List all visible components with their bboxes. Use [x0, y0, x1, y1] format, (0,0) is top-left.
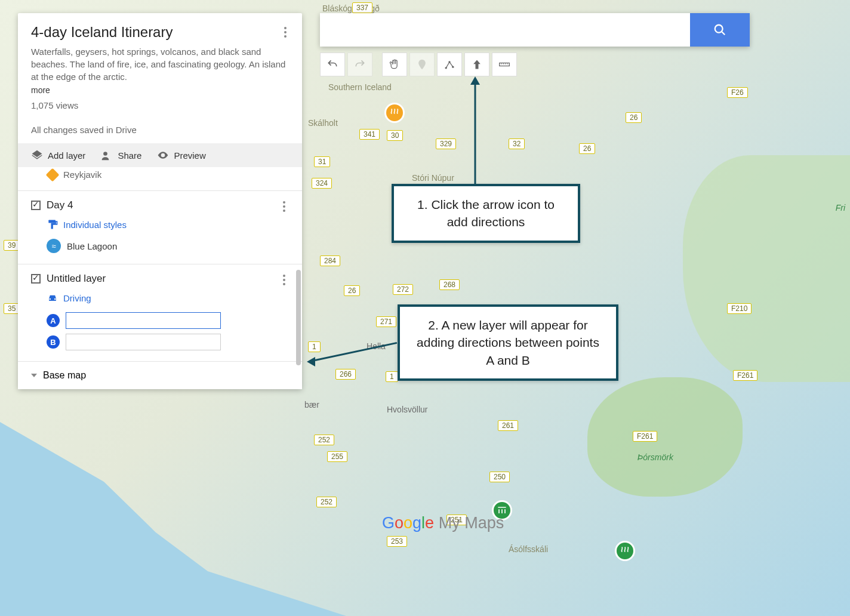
panel-toolbar: Add layer Share Preview — [18, 143, 302, 167]
annotation-callout-2: 2. A new layer will appear for adding di… — [398, 304, 618, 381]
route-badge: 266 — [335, 369, 356, 380]
svg-point-2 — [715, 25, 723, 33]
list-item[interactable]: Reykjavik — [31, 170, 289, 180]
undo-icon — [327, 58, 338, 70]
place-southern-iceland: Southern Iceland — [328, 82, 392, 92]
route-badge: 26 — [579, 143, 595, 154]
route-badge: 341 — [359, 129, 380, 140]
google-my-maps-logo: Google My Maps — [382, 514, 504, 532]
preview-label: Preview — [174, 150, 205, 161]
park-area-2 — [587, 377, 743, 497]
mode-label: Driving — [63, 293, 91, 303]
redo-icon — [354, 58, 366, 70]
base-map-toggle[interactable]: Base map — [18, 361, 302, 389]
individual-styles-link[interactable]: Individual styles — [47, 218, 289, 230]
item-label: Reykjavik — [63, 170, 101, 180]
map-title[interactable]: 4-day Iceland Itinerary — [31, 24, 289, 41]
point-a-badge: A — [47, 314, 60, 327]
route-badge: 1 — [386, 371, 398, 382]
styles-label: Individual styles — [63, 220, 127, 230]
callout-text: 1. Click the arrow icon to add direction… — [417, 198, 555, 229]
search-input[interactable] — [320, 13, 690, 47]
layer-name[interactable]: Untitled layer — [47, 273, 289, 285]
poi-hotspring-icon[interactable] — [384, 103, 405, 123]
ruler-icon — [498, 58, 510, 70]
route-badge: 272 — [393, 284, 413, 295]
route-badge: 30 — [387, 130, 403, 141]
annotation-arrow — [475, 79, 476, 185]
pan-button[interactable] — [382, 53, 407, 76]
route-badge: 32 — [509, 138, 525, 149]
point-b-badge: B — [47, 335, 60, 349]
add-marker-button[interactable] — [409, 53, 435, 76]
layer-options-menu[interactable] — [277, 199, 291, 214]
preview-button[interactable]: Preview — [157, 149, 205, 161]
share-icon — [101, 149, 113, 161]
route-badge: 324 — [312, 178, 332, 189]
route-badge: 26 — [344, 285, 360, 296]
poi-nature-icon[interactable] — [615, 541, 635, 561]
scrollbar-thumb[interactable] — [296, 270, 301, 365]
marker-icon — [46, 168, 60, 181]
map-editor-panel: 4-day Iceland Itinerary Waterfalls, geys… — [18, 13, 302, 389]
layer-options-menu[interactable] — [277, 273, 291, 287]
layer-day4: Day 4 Individual styles ≈ Blue Lagoon — [18, 190, 302, 264]
direction-point-b: B — [47, 334, 289, 350]
add-layer-button[interactable]: Add layer — [31, 149, 85, 161]
route-badge: 261 — [498, 420, 518, 431]
point-b-input[interactable] — [66, 334, 221, 350]
route-badge: 268 — [439, 279, 460, 290]
map-options-menu[interactable] — [278, 25, 292, 39]
more-link[interactable]: more — [31, 85, 50, 95]
place-fri: Fri — [836, 203, 845, 212]
place-skalholt: Skálholt — [308, 118, 338, 128]
route-badge: 26 — [626, 112, 642, 123]
place-thorsmork: Þórsmörk — [638, 452, 673, 462]
base-map-label: Base map — [43, 370, 86, 381]
share-button[interactable]: Share — [101, 149, 141, 161]
draw-line-button[interactable] — [437, 53, 462, 76]
svg-rect-1 — [48, 220, 56, 223]
add-directions-button[interactable] — [464, 53, 489, 76]
arrow-head-icon — [307, 357, 315, 366]
redo-button[interactable] — [347, 53, 372, 76]
search-button[interactable] — [690, 13, 750, 47]
search-bar — [320, 13, 750, 47]
measure-button[interactable] — [492, 53, 517, 76]
layer-partial: Reykjavik — [18, 167, 302, 190]
route-badge: 329 — [436, 138, 456, 149]
route-badge: 284 — [320, 255, 340, 266]
place-hvolsvollur: Hvolsvöllur — [387, 405, 427, 414]
water-icon: ≈ — [47, 239, 61, 253]
checkbox-checked-icon[interactable] — [31, 274, 41, 284]
hand-icon — [389, 58, 401, 70]
layers-list: Reykjavik Day 4 Individual styles ≈ Blue… — [18, 167, 302, 361]
layer-name[interactable]: Day 4 — [47, 199, 289, 211]
list-item[interactable]: ≈ Blue Lagoon — [47, 239, 289, 253]
layer-directions: Untitled layer Driving A B — [18, 264, 302, 361]
directions-arrow-icon — [471, 58, 483, 70]
place-asolfsskali: Ásólfsskáli — [509, 544, 548, 554]
paint-roller-icon — [47, 218, 58, 230]
item-label: Blue Lagoon — [67, 241, 117, 251]
layer-toggle-row[interactable]: Untitled layer — [31, 273, 289, 285]
layers-icon — [31, 149, 43, 161]
panel-header: 4-day Iceland Itinerary Waterfalls, geys… — [18, 13, 302, 143]
route-badge: 253 — [387, 536, 407, 547]
point-a-input[interactable] — [66, 312, 221, 329]
share-label: Share — [118, 150, 141, 161]
layer-toggle-row[interactable]: Day 4 — [31, 199, 289, 211]
route-badge: 250 — [489, 472, 510, 482]
travel-mode-link[interactable]: Driving — [47, 292, 289, 304]
undo-button[interactable] — [320, 53, 345, 76]
checkbox-checked-icon[interactable] — [31, 201, 41, 210]
chevron-down-icon — [31, 374, 37, 377]
route-badge: F26 — [727, 87, 748, 98]
annotation-callout-1: 1. Click the arrow icon to add direction… — [392, 184, 580, 243]
pin-icon — [416, 58, 428, 70]
route-badge: 252 — [314, 435, 334, 445]
view-count: 1,075 views — [31, 100, 289, 110]
route-badge: 271 — [376, 316, 396, 327]
add-layer-label: Add layer — [48, 150, 85, 161]
route-badge: 1 — [308, 341, 321, 352]
